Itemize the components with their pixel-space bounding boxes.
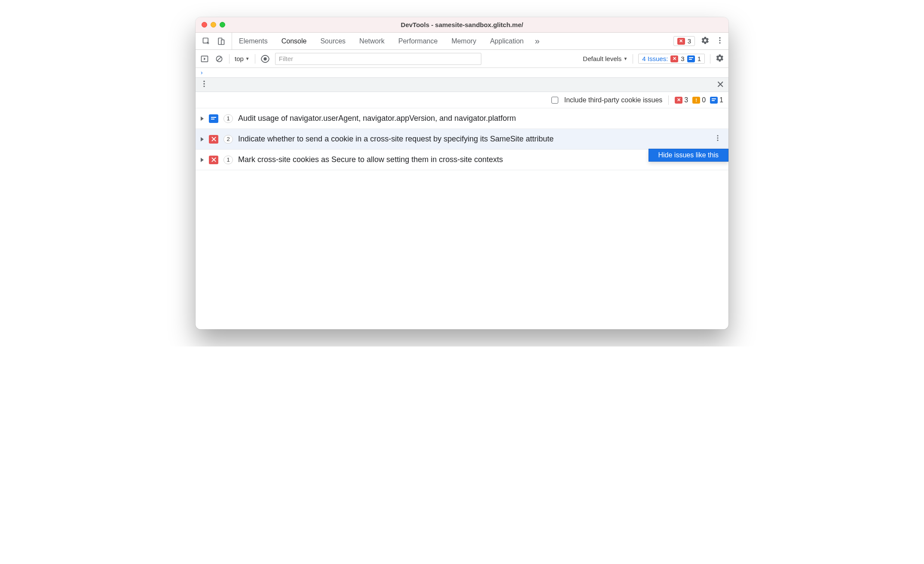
tab-memory[interactable]: Memory [444,33,483,49]
error-severity-icon: ✕ [209,156,218,164]
issue-counts: ✕3 !0 1 [675,96,723,104]
svg-point-3 [719,37,720,38]
separator [710,54,710,64]
filter-input[interactable] [275,53,481,65]
svg-point-13 [203,83,205,84]
warning-icon: ! [692,97,700,104]
context-label: top [235,55,244,62]
svg-point-12 [203,81,205,82]
panel-tabs: Elements Console Sources Network Perform… [232,33,544,49]
error-severity-icon: ✕ [209,135,218,144]
issues-list: 1 Audit usage of navigator.userAgent, na… [196,108,728,170]
issue-count: 2 [223,135,233,144]
titlebar: DevTools - samesite-sandbox.glitch.me/ [196,17,728,33]
issue-count: 1 [223,156,233,164]
count-error: 3 [684,96,688,104]
tab-network[interactable]: Network [352,33,392,49]
issue-title: Indicate whether to send a cookie in a c… [238,135,707,144]
console-prompt[interactable]: › [196,68,728,77]
svg-rect-16 [712,100,715,101]
tab-console[interactable]: Console [275,33,314,49]
minimize-window-button[interactable] [211,22,216,28]
inspect-element-icon[interactable] [202,37,211,46]
device-toolbar-icon[interactable] [216,37,226,46]
svg-point-4 [719,40,720,41]
empty-area [196,170,728,329]
issue-menu-icon[interactable] [712,134,723,144]
chevron-down-icon: ▼ [245,56,250,61]
svg-rect-10 [689,57,693,58]
separator [255,54,255,64]
context-selector[interactable]: top ▼ [235,55,250,62]
error-icon: ✕ [675,97,682,104]
svg-point-21 [717,140,719,141]
tab-sources[interactable]: Sources [313,33,352,49]
hide-issues-menu-item[interactable]: Hide issues like this [649,149,729,162]
close-drawer-icon[interactable]: ✕ [716,79,724,90]
error-icon: ✕ [677,38,685,45]
svg-point-14 [203,86,205,87]
expand-icon[interactable] [201,116,204,121]
live-expression-icon[interactable] [260,54,270,64]
third-party-checkbox[interactable] [551,97,558,104]
console-settings-icon[interactable] [716,54,724,64]
console-toolbar: top ▼ Default levels ▼ 4 Issues: ✕ 3 1 [196,50,728,68]
tab-elements[interactable]: Elements [232,33,275,49]
settings-icon[interactable] [701,36,710,46]
log-levels-selector[interactable]: Default levels ▼ [583,55,627,62]
info-icon [710,97,718,104]
expand-icon[interactable] [201,137,204,141]
zoom-window-button[interactable] [220,22,225,28]
issues-info-count: 1 [698,55,701,62]
drawer-header: ✕ [196,77,728,92]
issues-filter-bar: Include third-party cookie issues ✕3 !0 … [196,92,728,108]
info-severity-icon [209,114,218,123]
tab-performance[interactable]: Performance [392,33,445,49]
error-icon: ✕ [670,55,678,62]
sidebar-toggle-icon[interactable] [200,54,209,64]
main-tabbar: Elements Console Sources Network Perform… [196,33,728,50]
error-count: 3 [688,37,691,45]
clear-console-icon[interactable] [214,54,224,64]
separator [229,54,229,64]
svg-rect-11 [689,59,692,60]
error-counter[interactable]: ✕ 3 [673,36,695,46]
chevron-down-icon: ▼ [623,56,627,61]
svg-rect-2 [221,40,224,44]
levels-label: Default levels [583,55,621,62]
count-warn: 0 [702,96,706,104]
svg-rect-15 [712,98,716,99]
separator [668,95,669,105]
issue-row[interactable]: ✕ 2 Indicate whether to send a cookie in… [196,129,728,150]
svg-rect-17 [211,117,216,118]
svg-rect-18 [211,119,214,120]
prompt-icon: › [200,69,203,76]
svg-point-5 [719,42,720,43]
svg-line-8 [217,57,221,61]
issue-title: Audit usage of navigator.userAgent, navi… [238,114,723,123]
issues-counter[interactable]: 4 Issues: ✕ 3 1 [638,54,705,64]
issue-count: 1 [223,114,233,123]
svg-point-9 [263,57,266,60]
close-window-button[interactable] [202,22,207,28]
info-icon [687,55,695,62]
tab-application[interactable]: Application [483,33,530,49]
svg-point-19 [717,135,719,136]
tabs-overflow-button[interactable]: » [530,36,544,46]
issue-row[interactable]: 1 Audit usage of navigator.userAgent, na… [196,108,728,129]
traffic-lights [196,22,225,28]
separator [633,54,633,64]
svg-point-20 [717,138,719,139]
issues-label: 4 Issues: [642,55,668,62]
expand-icon[interactable] [201,158,204,162]
issues-error-count: 3 [681,55,684,62]
devtools-window: DevTools - samesite-sandbox.glitch.me/ E… [196,17,728,329]
window-title: DevTools - samesite-sandbox.glitch.me/ [196,21,728,28]
third-party-label: Include third-party cookie issues [564,96,663,104]
count-info: 1 [719,96,723,104]
drawer-menu-icon[interactable] [200,80,208,90]
main-menu-icon[interactable] [716,36,724,46]
